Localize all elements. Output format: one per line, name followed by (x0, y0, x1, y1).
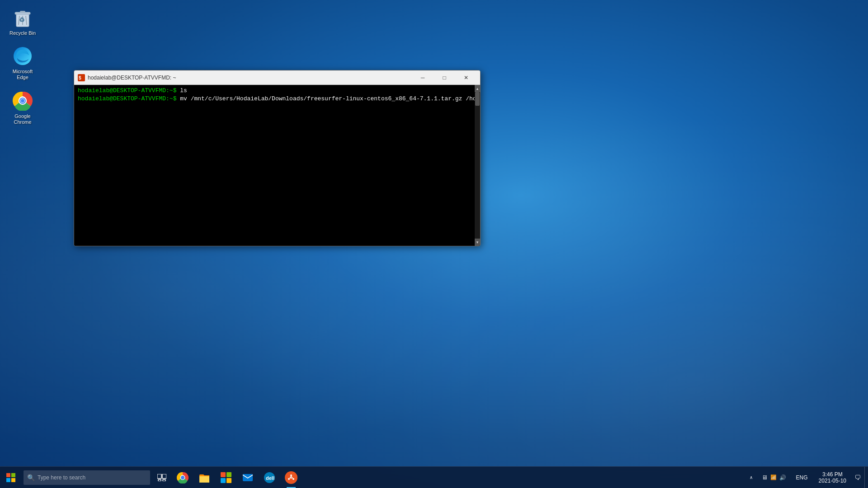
clock-time: 3:46 PM (822, 471, 843, 478)
taskbar-apps: dell (172, 467, 302, 488)
show-hidden-icons[interactable]: ∧ (744, 467, 758, 488)
svg-rect-2 (20, 11, 25, 13)
svg-point-36 (290, 474, 292, 476)
svg-text:$: $ (79, 75, 81, 80)
svg-point-25 (181, 475, 184, 479)
taskbar-chrome[interactable] (172, 467, 193, 488)
edge-image (12, 45, 33, 67)
svg-rect-31 (226, 478, 231, 483)
svg-rect-18 (11, 478, 15, 482)
svg-rect-20 (162, 474, 166, 479)
terminal-window[interactable]: $ hodaielab@DESKTOP-ATVVFMD: ~ ─ □ ✕ hod… (74, 70, 481, 246)
svg-point-38 (288, 478, 290, 480)
recycle-bin-icon[interactable]: ♻ Recycle Bin (5, 5, 41, 38)
scrollbar-thumb[interactable] (475, 92, 480, 106)
show-desktop-button[interactable] (864, 467, 868, 488)
search-placeholder: Type here to search (38, 474, 85, 481)
svg-text:♻: ♻ (19, 16, 25, 23)
taskbar-right: ∧ 🖥 📶 🔊 ENG 3:46 PM 2021-05-10 🗨 (744, 467, 868, 488)
network-icon: 🖥 (762, 474, 768, 481)
svg-rect-30 (221, 478, 226, 483)
svg-rect-21 (158, 479, 161, 481)
language-selector[interactable]: ENG (790, 467, 814, 488)
search-icon: 🔍 (27, 474, 35, 481)
terminal-line-1: hodaielab@DESKTOP-ATVVFMD:~$ ls (78, 87, 471, 95)
terminal-line-2: hodaielab@DESKTOP-ATVVFMD:~$ mv /mnt/c/U… (78, 95, 471, 103)
terminal-app-icon: $ (78, 74, 85, 81)
desktop: ♻ Recycle Bin (0, 0, 868, 488)
svg-rect-16 (11, 473, 15, 477)
svg-rect-17 (6, 478, 10, 482)
terminal-titlebar: $ hodaielab@DESKTOP-ATVVFMD: ~ ─ □ ✕ (74, 70, 480, 85)
chrome-image (12, 90, 33, 112)
svg-rect-28 (221, 472, 226, 477)
start-button[interactable] (0, 467, 22, 488)
network-connected-icon: 📶 (770, 474, 777, 480)
terminal-scrollbar[interactable]: ▲ ▼ (475, 85, 480, 246)
recycle-bin-label: Recycle Bin (9, 30, 36, 36)
svg-rect-32 (243, 474, 253, 481)
scrollbar-track[interactable] (475, 92, 480, 239)
svg-rect-27 (199, 476, 209, 483)
system-tray-icons[interactable]: 🖥 📶 🔊 (758, 467, 790, 488)
svg-rect-15 (6, 473, 10, 477)
terminal-title: hodaielab@DESKTOP-ATVVFMD: ~ (88, 75, 412, 81)
taskbar: 🔍 Type here to search (0, 466, 868, 488)
clock-date: 2021-05-10 (819, 478, 846, 484)
taskbar-dell[interactable]: dell (259, 467, 280, 488)
ubuntu-icon (285, 471, 297, 484)
taskbar-file-explorer[interactable] (193, 467, 215, 488)
language-label: ENG (793, 474, 811, 481)
notification-center[interactable]: 🗨 (851, 467, 864, 488)
google-chrome-icon[interactable]: Google Chrome (5, 88, 41, 127)
notification-icon: 🗨 (854, 474, 861, 481)
chrome-label: Google Chrome (7, 113, 38, 125)
volume-icon: 🔊 (779, 474, 786, 481)
scrollbar-up-arrow[interactable]: ▲ (475, 85, 480, 92)
terminal-content[interactable]: hodaielab@DESKTOP-ATVVFMD:~$ ls hodaiela… (74, 85, 475, 246)
chevron-up-icon: ∧ (748, 475, 755, 480)
terminal-prompt-2: hodaielab@DESKTOP-ATVVFMD:~$ (78, 95, 176, 102)
desktop-icons: ♻ Recycle Bin (5, 5, 41, 127)
svg-point-12 (21, 99, 24, 103)
svg-point-37 (292, 478, 294, 480)
edge-label: Microsoft Edge (7, 69, 38, 80)
taskbar-store[interactable] (215, 467, 237, 488)
taskbar-clock[interactable]: 3:46 PM 2021-05-10 (814, 467, 851, 488)
terminal-controls: ─ □ ✕ (412, 70, 476, 85)
recycle-bin-image: ♻ (12, 7, 33, 28)
terminal-maximize-button[interactable]: □ (434, 70, 455, 85)
taskbar-search[interactable]: 🔍 Type here to search (24, 470, 150, 485)
taskbar-mail[interactable] (237, 467, 259, 488)
svg-rect-22 (163, 479, 165, 481)
scrollbar-down-arrow[interactable]: ▼ (475, 239, 480, 246)
svg-rect-19 (157, 474, 161, 479)
taskbar-ubuntu[interactable] (280, 467, 302, 488)
svg-rect-29 (226, 472, 231, 477)
terminal-close-button[interactable]: ✕ (456, 70, 476, 85)
svg-text:dell: dell (266, 475, 274, 481)
task-view-button[interactable] (152, 467, 172, 488)
microsoft-edge-icon[interactable]: Microsoft Edge (5, 43, 41, 83)
terminal-cmd-1: ls (180, 87, 187, 94)
terminal-minimize-button[interactable]: ─ (412, 70, 433, 85)
terminal-body[interactable]: hodaielab@DESKTOP-ATVVFMD:~$ ls hodaiela… (74, 85, 480, 246)
terminal-prompt-1: hodaielab@DESKTOP-ATVVFMD:~$ (78, 87, 176, 94)
terminal-cmd-2: mv /mnt/c/Users/HodaieLab/Downloads/free… (180, 95, 475, 102)
